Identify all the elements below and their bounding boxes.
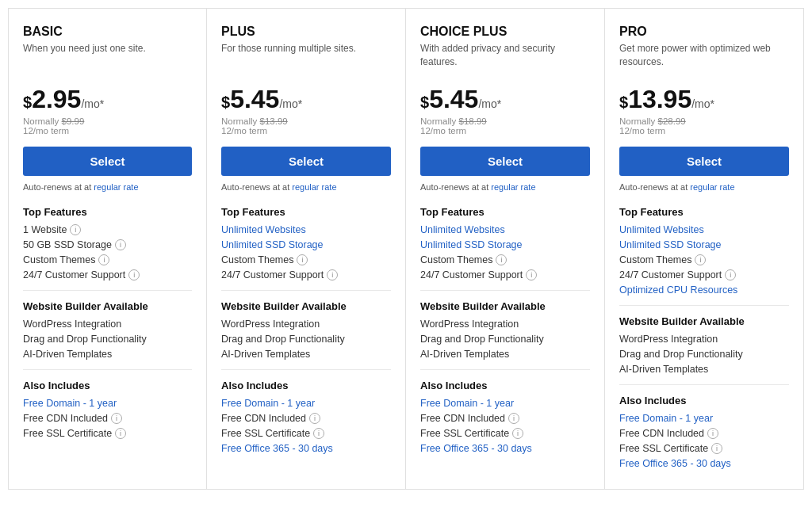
regular-rate-link-choice-plus[interactable]: regular rate [491, 182, 535, 192]
also-item-plus-3: Free Office 365 - 30 days [221, 443, 391, 454]
regular-rate-link-basic[interactable]: regular rate [94, 182, 138, 192]
builder-item-choice-plus-1: Drag and Drop Functionality [420, 334, 590, 345]
also-title-basic: Also Includes [23, 380, 192, 391]
also-item-plus-0: Free Domain - 1 year [221, 398, 391, 409]
select-button-choice-plus[interactable]: Select [420, 147, 590, 176]
price-display-pro: $13.95/mo* [619, 86, 789, 112]
price-display-basic: $2.95/mo* [23, 86, 192, 112]
top-features-title-plus: Top Features [221, 206, 391, 218]
builder-item-plus-2: AI-Driven Templates [221, 349, 391, 360]
feature-item-pro-0: Unlimited Websites [619, 224, 789, 235]
also-info-icon-pro-1[interactable]: i [707, 428, 718, 439]
feature-item-pro-2: Custom Themesi [619, 254, 789, 265]
feature-link-plus-0[interactable]: Unlimited Websites [221, 224, 306, 235]
also-link-pro-3[interactable]: Free Office 365 - 30 days [619, 458, 731, 469]
also-title-choice-plus: Also Includes [420, 380, 590, 391]
price-term-choice-plus: 12/mo term [420, 126, 590, 135]
info-icon-basic-3[interactable]: i [128, 269, 140, 280]
also-info-icon-pro-2[interactable]: i [711, 443, 722, 454]
feature-item-basic-3: 24/7 Customer Supporti [23, 269, 192, 280]
also-item-choice-plus-0: Free Domain - 1 year [420, 398, 590, 409]
feature-link-choice-plus-0[interactable]: Unlimited Websites [420, 224, 505, 235]
price-display-choice-plus: $5.45/mo* [420, 86, 590, 112]
info-icon-plus-3[interactable]: i [327, 269, 338, 280]
also-info-icon-plus-1[interactable]: i [309, 413, 320, 424]
price-display-plus: $5.45/mo* [221, 86, 391, 112]
info-icon-choice-plus-3[interactable]: i [526, 269, 537, 280]
select-button-pro[interactable]: Select [619, 147, 789, 176]
price-normally-pro: Normally $28.99 [619, 116, 789, 126]
price-normally-basic: Normally $9.99 [23, 116, 192, 126]
price-normally-plus: Normally $13.99 [221, 116, 391, 126]
builder-title-pro: Website Builder Available [619, 315, 789, 327]
also-link-plus-0[interactable]: Free Domain - 1 year [221, 398, 315, 409]
feature-item-plus-0: Unlimited Websites [221, 224, 391, 235]
price-term-pro: 12/mo term [619, 126, 789, 135]
plan-tagline-basic: When you need just one site. [23, 42, 192, 74]
also-item-choice-plus-2: Free SSL Certificatei [420, 428, 590, 439]
plan-card-plus: PLUSFor those running multiple sites.$5.… [207, 8, 406, 490]
divider-1-plus [221, 290, 391, 291]
plan-card-pro: PROGet more power with optimized web res… [605, 8, 804, 490]
info-icon-basic-2[interactable]: i [98, 254, 109, 265]
regular-rate-link-plus[interactable]: regular rate [292, 182, 336, 192]
feature-item-basic-2: Custom Themesi [23, 254, 192, 265]
feature-item-plus-1: Unlimited SSD Storage [221, 239, 391, 250]
auto-renew-pro: Auto-renews at at regular rate [619, 182, 789, 192]
feature-link-pro-0[interactable]: Unlimited Websites [619, 224, 704, 235]
price-term-plus: 12/mo term [221, 126, 391, 135]
price-main-choice-plus: $5.45/mo* [420, 86, 590, 112]
feature-item-basic-0: 1 Websitei [23, 224, 192, 235]
also-link-choice-plus-0[interactable]: Free Domain - 1 year [420, 398, 514, 409]
plan-card-basic: BASICWhen you need just one site.$2.95/m… [8, 8, 207, 490]
builder-item-plus-0: WordPress Integration [221, 319, 391, 330]
also-link-basic-0[interactable]: Free Domain - 1 year [23, 398, 117, 409]
plan-tagline-choice-plus: With added privacy and security features… [420, 42, 590, 74]
also-item-plus-1: Free CDN Includedi [221, 413, 391, 424]
plan-card-choice-plus: CHOICE PLUSWith added privacy and securi… [406, 8, 605, 490]
feature-link-pro-1[interactable]: Unlimited SSD Storage [619, 239, 722, 250]
info-icon-plus-2[interactable]: i [297, 254, 308, 265]
select-button-basic[interactable]: Select [23, 147, 192, 176]
feature-item-pro-1: Unlimited SSD Storage [619, 239, 789, 250]
info-icon-pro-3[interactable]: i [725, 269, 736, 280]
divider-2-pro [619, 384, 789, 385]
builder-item-choice-plus-2: AI-Driven Templates [420, 349, 590, 360]
feature-item-choice-plus-1: Unlimited SSD Storage [420, 239, 590, 250]
also-info-icon-basic-1[interactable]: i [111, 413, 122, 424]
also-title-plus: Also Includes [221, 380, 391, 391]
plan-name-choice-plus: CHOICE PLUS [420, 25, 590, 39]
info-icon-choice-plus-2[interactable]: i [496, 254, 507, 265]
feature-item-plus-2: Custom Themesi [221, 254, 391, 265]
info-icon-basic-0[interactable]: i [70, 224, 81, 235]
feature-link-plus-1[interactable]: Unlimited SSD Storage [221, 239, 324, 250]
top-features-title-choice-plus: Top Features [420, 206, 590, 218]
plan-tagline-plus: For those running multiple sites. [221, 42, 391, 74]
builder-title-choice-plus: Website Builder Available [420, 300, 590, 312]
also-link-plus-3[interactable]: Free Office 365 - 30 days [221, 443, 333, 454]
also-link-pro-0[interactable]: Free Domain - 1 year [619, 413, 713, 424]
top-features-title-basic: Top Features [23, 206, 192, 218]
regular-rate-link-pro[interactable]: regular rate [690, 182, 734, 192]
info-icon-pro-2[interactable]: i [695, 254, 706, 265]
feature-item-pro-3: 24/7 Customer Supporti [619, 269, 789, 280]
select-button-plus[interactable]: Select [221, 147, 391, 176]
also-item-pro-2: Free SSL Certificatei [619, 443, 789, 454]
builder-item-basic-2: AI-Driven Templates [23, 349, 192, 360]
divider-2-plus [221, 369, 391, 370]
feature-link-choice-plus-1[interactable]: Unlimited SSD Storage [420, 239, 523, 250]
also-info-icon-basic-2[interactable]: i [115, 428, 126, 439]
also-info-icon-choice-plus-1[interactable]: i [508, 413, 519, 424]
feature-item-choice-plus-0: Unlimited Websites [420, 224, 590, 235]
also-title-pro: Also Includes [619, 395, 789, 406]
also-link-choice-plus-3[interactable]: Free Office 365 - 30 days [420, 443, 532, 454]
top-features-title-pro: Top Features [619, 206, 789, 218]
divider-1-basic [23, 290, 192, 291]
also-info-icon-choice-plus-2[interactable]: i [512, 428, 523, 439]
price-main-basic: $2.95/mo* [23, 86, 192, 112]
also-info-icon-plus-2[interactable]: i [313, 428, 324, 439]
also-item-basic-0: Free Domain - 1 year [23, 398, 192, 409]
feature-link-pro-4[interactable]: Optimized CPU Resources [619, 284, 737, 296]
info-icon-basic-1[interactable]: i [115, 239, 126, 250]
builder-item-pro-0: WordPress Integration [619, 334, 789, 345]
